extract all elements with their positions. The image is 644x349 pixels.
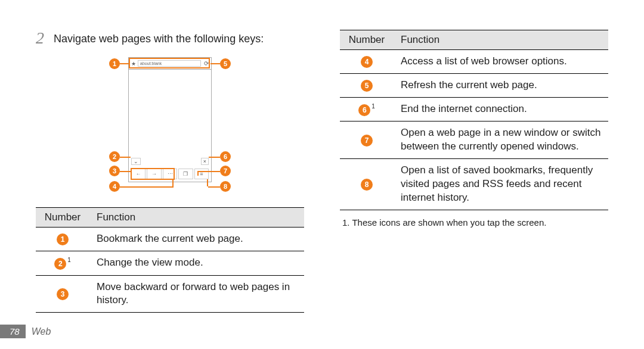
table-row: 21 Change the view mode. [36, 251, 304, 275]
th-number: Number [340, 30, 394, 50]
phone-mid-row: ⌄ × [131, 158, 209, 165]
callout-3: 3 [109, 166, 120, 176]
page-footer: 78 Web [0, 325, 51, 338]
leader-1 [120, 63, 129, 64]
diagram-wrap: ★ about:blank ⟳ ⌄ × ← → ⋯ ❐ ≡ [36, 57, 304, 194]
bookmarks-list-icon: ≡ [194, 169, 209, 179]
callout-7: 7 [220, 166, 231, 176]
table-row: 61 End the internet connection. [340, 97, 608, 121]
th-function: Function [89, 208, 304, 228]
step-text: Navigate web pages with the following ke… [54, 30, 264, 46]
leader-3 [120, 171, 131, 172]
row-num: 7 [361, 135, 373, 147]
row-text: Open a web page in a new window or switc… [394, 121, 608, 159]
step-number: 2 [36, 30, 47, 46]
table-row: 3 Move backward or forward to web pages … [36, 275, 304, 313]
leader-5 [210, 63, 220, 64]
function-table-right: Number Function 4 Access a list of web b… [340, 30, 608, 210]
table-row: 1 Bookmark the current web page. [36, 228, 304, 251]
row-num: 5 [361, 80, 373, 92]
callout-1: 1 [109, 58, 120, 69]
row-text: Refresh the current web page. [394, 73, 608, 97]
callout-5: 5 [220, 58, 231, 69]
leader-6 [209, 157, 220, 158]
leader-2 [120, 157, 131, 158]
callout-4: 4 [109, 181, 120, 192]
table-row: 4 Access a list of web browser options. [340, 50, 608, 74]
step-row: 2 Navigate web pages with the following … [36, 30, 304, 46]
page-number: 78 [0, 325, 26, 338]
highlight-top-bar [129, 58, 210, 68]
chevron-down-icon: ⌄ [131, 158, 141, 165]
leader-4 [120, 186, 174, 188]
leader-8v [207, 179, 208, 186]
close-icon: × [201, 158, 209, 165]
row-num: 1 [57, 233, 69, 245]
row-num: 4 [361, 56, 373, 68]
row-num: 8 [361, 179, 373, 191]
browser-diagram: ★ about:blank ⟳ ⌄ × ← → ⋯ ❐ ≡ [86, 57, 253, 194]
th-number: Number [36, 208, 89, 228]
row-sup: 1 [371, 103, 375, 110]
table-row: 7 Open a web page in a new window or swi… [340, 121, 608, 159]
th-function: Function [394, 30, 608, 50]
row-sup: 1 [67, 257, 71, 263]
function-table-left: Number Function 1 Bookmark the current w… [36, 207, 304, 313]
row-text: Move backward or forward to web pages in… [89, 275, 304, 313]
right-column: Number Function 4 Access a list of web b… [340, 30, 608, 313]
callout-2: 2 [109, 151, 120, 162]
leader-8 [208, 186, 220, 188]
section-title: Web [32, 326, 51, 337]
windows-icon: ❐ [178, 169, 193, 179]
row-num: 3 [57, 288, 69, 300]
phone-frame: ★ about:blank ⟳ ⌄ × ← → ⋯ ❐ ≡ [128, 57, 212, 182]
row-num: 2 [54, 258, 66, 270]
callout-8: 8 [220, 181, 231, 192]
leader-4v [172, 179, 174, 186]
row-text: End the internet connection. [394, 97, 608, 121]
footnote: 1. These icons are shown when you tap th… [340, 217, 608, 228]
highlight-nav-group [131, 168, 175, 180]
table-row: 5 Refresh the current web page. [340, 73, 608, 97]
table-row: 8 Open a list of saved bookmarks, freque… [340, 159, 608, 210]
row-text: Bookmark the current web page. [89, 228, 304, 251]
row-num: 6 [358, 104, 370, 116]
leader-7 [199, 171, 220, 172]
row-text: Change the view mode. [89, 251, 304, 275]
callout-6: 6 [220, 151, 231, 162]
row-text: Open a list of saved bookmarks, frequent… [394, 159, 608, 210]
leader-7v [197, 171, 199, 176]
row-text: Access a list of web browser options. [394, 50, 608, 74]
left-column: 2 Navigate web pages with the following … [36, 30, 304, 313]
page-body: 2 Navigate web pages with the following … [0, 0, 644, 348]
